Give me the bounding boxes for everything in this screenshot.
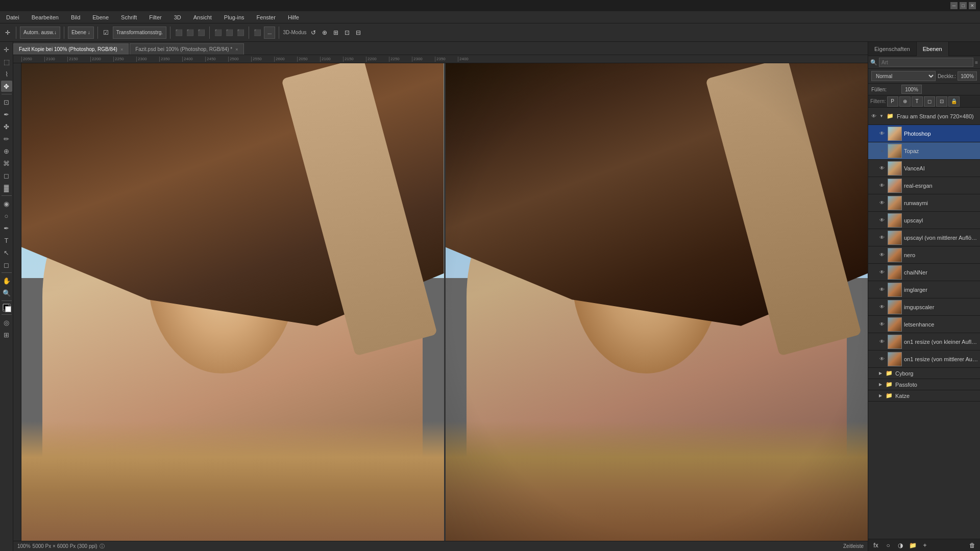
visibility-letsenhance[interactable]: 👁 bbox=[878, 321, 886, 328]
menu-ansicht[interactable]: Ansicht bbox=[191, 13, 214, 21]
menu-plugins[interactable]: Plug-ins bbox=[222, 13, 247, 21]
filter-smartobj-btn[interactable]: ⊡ bbox=[936, 96, 947, 107]
align-center-v-icon[interactable]: ⬛ bbox=[225, 28, 234, 37]
align-bottom-icon[interactable]: ⬛ bbox=[236, 28, 245, 37]
add-layer-button[interactable]: + bbox=[919, 540, 930, 550]
layer-nero[interactable]: 👁 nero bbox=[868, 246, 980, 264]
tab-ebenen[interactable]: Ebenen bbox=[917, 42, 949, 56]
tab-left-close[interactable]: × bbox=[120, 47, 123, 52]
transform-button[interactable]: Transformationsstrg. bbox=[113, 27, 166, 39]
visibility-cyborg[interactable] bbox=[870, 370, 877, 377]
add-mask-button[interactable]: ○ bbox=[883, 540, 894, 550]
chevron-main-group[interactable]: ▼ bbox=[879, 114, 885, 118]
brush-tool[interactable]: ✏ bbox=[1, 133, 12, 144]
filter-shape-btn[interactable]: ◻ bbox=[924, 96, 935, 107]
magic-wand-tool[interactable]: ✥ bbox=[1, 81, 12, 92]
visibility-upscayl-mid[interactable]: 👁 bbox=[878, 234, 886, 241]
visibility-on1-small[interactable]: 👁 bbox=[878, 338, 886, 345]
chevron-cyborg[interactable]: ▶ bbox=[879, 371, 884, 375]
layer-on1-small[interactable]: 👁 on1 resize (von kleiner Auflösung) bbox=[868, 333, 980, 350]
grid-icon[interactable]: ⊞ bbox=[331, 28, 340, 37]
view-mode-tool[interactable]: ⊞ bbox=[1, 329, 12, 340]
path-tool[interactable]: ↖ bbox=[1, 247, 12, 258]
layer-letsenhance[interactable]: 👁 letsenhance bbox=[868, 316, 980, 333]
menu-ebene[interactable]: Ebene bbox=[90, 13, 111, 21]
move-tool[interactable]: ✛ bbox=[1, 44, 12, 55]
more-button[interactable]: ... bbox=[264, 27, 275, 39]
snap-icon[interactable]: ⊕ bbox=[320, 28, 329, 37]
selection-tool[interactable]: ⬚ bbox=[1, 56, 12, 67]
add-group-button[interactable]: 📁 bbox=[907, 540, 918, 550]
visibility-upscayl[interactable]: 👁 bbox=[878, 217, 886, 224]
filter-type-btn[interactable]: P bbox=[887, 96, 898, 107]
menu-3d[interactable]: 3D bbox=[172, 13, 183, 21]
layer-on1-mid[interactable]: 👁 on1 resize (von mittlerer Auflösung) bbox=[868, 350, 980, 368]
eyedropper-tool[interactable]: ✒ bbox=[1, 109, 12, 120]
ebene-button[interactable]: Ebene ↓ bbox=[68, 27, 94, 39]
filter-text-btn[interactable]: T bbox=[912, 96, 923, 107]
chevron-passfoto[interactable]: ▶ bbox=[879, 382, 884, 387]
rotate-icon[interactable]: ↺ bbox=[309, 28, 318, 37]
fg-color[interactable] bbox=[3, 304, 11, 312]
visibility-imglarger[interactable]: 👁 bbox=[878, 286, 886, 293]
tab-right[interactable]: Fazit.psd bei 100% (Photoshop, RGB/84) *… bbox=[130, 43, 243, 55]
right-canvas[interactable] bbox=[446, 63, 868, 541]
group-cyborg[interactable]: ▶ 📁 Cyborg bbox=[868, 368, 980, 379]
menu-schrift[interactable]: Schrift bbox=[119, 13, 139, 21]
minimize-button[interactable]: ─ bbox=[950, 2, 958, 9]
filter-options-icon[interactable]: ≡ bbox=[975, 60, 978, 65]
visibility-imgupscaler[interactable]: 👁 bbox=[878, 304, 886, 311]
layer-photoshop[interactable]: 👁 Photoshop bbox=[868, 125, 980, 142]
layer-topaz[interactable]: ○ Topaz bbox=[868, 142, 980, 160]
layer-chainner[interactable]: 👁 chaiNNer bbox=[868, 264, 980, 281]
gradient-tool[interactable]: ▓ bbox=[1, 182, 12, 193]
visibility-photoshop[interactable]: 👁 bbox=[878, 130, 886, 137]
visibility-on1-mid[interactable]: 👁 bbox=[878, 356, 886, 363]
pen-tool[interactable]: ✒ bbox=[1, 222, 12, 234]
menu-hilfe[interactable]: Hilfe bbox=[286, 13, 301, 21]
visibility-katze[interactable] bbox=[870, 392, 877, 399]
fill-input[interactable] bbox=[901, 85, 922, 94]
layer-real-esrgan[interactable]: 👁 real-esrgan bbox=[868, 177, 980, 194]
filter-adjustment-btn[interactable]: ⊕ bbox=[899, 96, 911, 107]
filter-lock-btn[interactable]: 🔒 bbox=[948, 96, 960, 107]
quick-mask-tool[interactable]: ◎ bbox=[1, 317, 12, 328]
left-info-icon[interactable]: ⓘ bbox=[100, 543, 105, 550]
move-tool-icon[interactable]: ✛ bbox=[3, 28, 12, 37]
align-top-icon[interactable]: ⬛ bbox=[213, 28, 223, 37]
zoom-tool[interactable]: 🔍 bbox=[1, 287, 12, 298]
tab-left[interactable]: Fazit Kopie bei 100% (Photoshop, RGB/84)… bbox=[13, 43, 129, 55]
text-tool[interactable]: T bbox=[1, 235, 12, 246]
layer-upscayl-mid[interactable]: 👁 upscayl (von mittlerer Auflösung) bbox=[868, 229, 980, 246]
menu-filter[interactable]: Filter bbox=[147, 13, 163, 21]
distribute-icon[interactable]: ⬛ bbox=[253, 28, 262, 37]
visibility-chainner[interactable]: 👁 bbox=[878, 269, 886, 276]
layer-vancea[interactable]: 👁 VanceAI bbox=[868, 160, 980, 177]
eraser-tool[interactable]: ◻ bbox=[1, 170, 12, 181]
add-adjustment-button[interactable]: ◑ bbox=[895, 540, 906, 550]
clone-tool[interactable]: ⊕ bbox=[1, 145, 12, 157]
layer-runwaymi[interactable]: 👁 runwaymi bbox=[868, 194, 980, 212]
ruler-icon[interactable]: ⊡ bbox=[342, 28, 352, 37]
visibility-vancea[interactable]: 👁 bbox=[878, 165, 886, 172]
layer-upscayl[interactable]: 👁 upscayl bbox=[868, 212, 980, 229]
group-katze[interactable]: ▶ 📁 Katze bbox=[868, 390, 980, 402]
menu-bearbeiten[interactable]: Bearbeiten bbox=[30, 13, 61, 21]
visibility-passfoto[interactable] bbox=[870, 381, 877, 388]
visibility-nero[interactable]: 👁 bbox=[878, 252, 886, 259]
blur-tool[interactable]: ◉ bbox=[1, 198, 12, 209]
maximize-button[interactable]: □ bbox=[960, 2, 967, 9]
heal-tool[interactable]: ✤ bbox=[1, 121, 12, 132]
layers-list[interactable]: 👁 ▼ 📁 Frau am Strand (von 720×480) 👁 Pho… bbox=[868, 108, 980, 539]
close-button[interactable]: ✕ bbox=[969, 2, 976, 9]
layer-mode-select[interactable]: Normal bbox=[871, 71, 936, 81]
visibility-runwaymi[interactable]: 👁 bbox=[878, 199, 886, 207]
opacity-input[interactable] bbox=[958, 71, 977, 81]
visibility-topaz[interactable]: ○ bbox=[878, 147, 886, 155]
menu-fenster[interactable]: Fenster bbox=[255, 13, 278, 21]
layer-imglarger[interactable]: 👁 imglarger bbox=[868, 281, 980, 298]
menu-bild[interactable]: Bild bbox=[69, 13, 82, 21]
menu-datei[interactable]: Datei bbox=[4, 13, 21, 21]
group-frau-am-strand[interactable]: 👁 ▼ 📁 Frau am Strand (von 720×480) bbox=[868, 108, 980, 125]
bottom-label[interactable]: Zeitleiste bbox=[843, 543, 864, 549]
